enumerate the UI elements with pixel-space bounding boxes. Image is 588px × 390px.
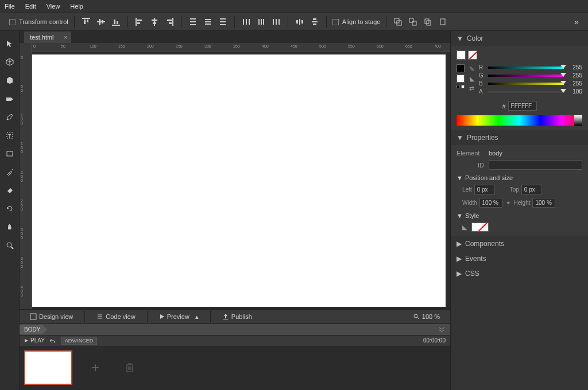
revert-button[interactable] bbox=[49, 338, 56, 344]
align-right-icon[interactable] bbox=[164, 16, 175, 28]
bucket-tool-icon[interactable] bbox=[4, 185, 16, 196]
width-input[interactable] bbox=[479, 198, 502, 208]
space-v-icon[interactable] bbox=[309, 16, 320, 28]
paste-icon[interactable] bbox=[437, 16, 448, 28]
delete-keyframe-icon[interactable] bbox=[118, 356, 141, 379]
distribute-bottom-icon[interactable] bbox=[217, 16, 229, 28]
eyedropper-tool-icon[interactable] bbox=[4, 166, 16, 178]
align-left-icon[interactable] bbox=[134, 16, 145, 28]
svg-rect-31 bbox=[261, 19, 262, 25]
container-tool-icon[interactable] bbox=[4, 75, 16, 86]
menu-view[interactable]: View bbox=[47, 3, 60, 10]
mini-swatch-icon[interactable] bbox=[457, 85, 460, 88]
align-bottom-icon[interactable] bbox=[110, 16, 122, 28]
distribute-vcenter-icon[interactable] bbox=[202, 16, 214, 28]
pen-tool-icon[interactable] bbox=[4, 111, 16, 123]
align-vcenter-icon[interactable] bbox=[95, 16, 107, 28]
mini-swatch-icon[interactable] bbox=[461, 85, 465, 88]
add-keyframe-icon[interactable]: + bbox=[84, 356, 107, 379]
distribute-left-icon[interactable] bbox=[241, 16, 252, 28]
a-slider[interactable] bbox=[488, 91, 564, 93]
svg-rect-0 bbox=[82, 18, 90, 19]
menu-file[interactable]: File bbox=[5, 3, 15, 10]
bucket-icon[interactable]: ◣ bbox=[462, 224, 467, 231]
distribute-top-icon[interactable] bbox=[187, 16, 199, 28]
design-view-button[interactable]: Design view bbox=[25, 311, 78, 322]
style-header[interactable]: ▼Style bbox=[457, 212, 582, 219]
copy-icon[interactable] bbox=[422, 16, 434, 28]
overflow-icon[interactable]: » bbox=[571, 16, 582, 28]
panel-css-header[interactable]: ▶CSS bbox=[451, 266, 588, 281]
play-button[interactable]: PLAY bbox=[24, 337, 45, 344]
advanced-button[interactable]: ADVANCED bbox=[61, 337, 97, 345]
b-slider[interactable] bbox=[488, 83, 564, 85]
transform-control-checkbox[interactable] bbox=[9, 19, 16, 25]
panel-color-header[interactable]: ▼Color bbox=[451, 31, 588, 46]
document-tab[interactable]: test.html × bbox=[24, 32, 71, 43]
chevron-down-icon: ▼ bbox=[457, 212, 463, 219]
hand-tool-icon[interactable] bbox=[4, 221, 16, 233]
chevron-down-icon[interactable] bbox=[438, 326, 446, 332]
style-fill-swatch[interactable] bbox=[471, 223, 489, 232]
fill-swatch[interactable] bbox=[457, 50, 466, 60]
menubar: File Edit View Help bbox=[0, 0, 588, 13]
stroke-swatch[interactable] bbox=[457, 64, 465, 72]
svg-line-60 bbox=[417, 317, 419, 319]
select-tool-icon[interactable] bbox=[4, 38, 16, 49]
left-input[interactable] bbox=[474, 185, 495, 194]
svg-rect-8 bbox=[117, 21, 118, 24]
svg-rect-14 bbox=[153, 22, 156, 24]
panel-events-header[interactable]: ▶Events bbox=[451, 251, 588, 266]
group-icon[interactable] bbox=[392, 16, 404, 28]
g-slider[interactable] bbox=[488, 75, 564, 77]
pencil-icon[interactable]: ✎ bbox=[469, 65, 474, 73]
svg-rect-32 bbox=[263, 19, 264, 25]
color-spectrum[interactable] bbox=[457, 115, 582, 126]
menu-edit[interactable]: Edit bbox=[25, 3, 36, 10]
swap-icon[interactable]: ⇄ bbox=[469, 85, 474, 92]
code-view-button[interactable]: Code view bbox=[92, 311, 140, 322]
text-tool-icon[interactable]: T bbox=[4, 130, 16, 141]
svg-rect-34 bbox=[276, 19, 277, 25]
cube-tool-icon[interactable] bbox=[4, 56, 16, 68]
space-h-icon[interactable] bbox=[294, 16, 305, 28]
preview-button[interactable]: Preview▴ bbox=[154, 311, 203, 322]
rect-tool-icon[interactable] bbox=[4, 148, 16, 159]
hex-input[interactable] bbox=[508, 101, 537, 111]
position-size-header[interactable]: ▼Position and size bbox=[457, 174, 582, 181]
id-input[interactable] bbox=[489, 160, 582, 170]
align-hcenter-icon[interactable] bbox=[149, 16, 160, 28]
distribute-right-icon[interactable] bbox=[270, 16, 282, 28]
link-icon[interactable]: ⚭ bbox=[506, 200, 510, 206]
svg-rect-3 bbox=[97, 21, 105, 22]
bucket-icon[interactable]: ◣ bbox=[470, 75, 474, 83]
breadcrumb-body[interactable]: BODY bbox=[20, 325, 47, 334]
svg-rect-51 bbox=[7, 151, 13, 156]
close-icon[interactable]: × bbox=[64, 34, 67, 41]
svg-rect-20 bbox=[190, 24, 196, 25]
tag-tool-icon[interactable] bbox=[4, 93, 16, 104]
svg-rect-21 bbox=[205, 19, 211, 20]
svg-rect-16 bbox=[167, 20, 172, 21]
align-top-icon[interactable] bbox=[80, 16, 92, 28]
ungroup-icon[interactable] bbox=[407, 16, 419, 28]
chevron-down-icon: ▼ bbox=[457, 174, 463, 181]
menu-help[interactable]: Help bbox=[70, 3, 83, 10]
fill-swatch-2[interactable] bbox=[457, 75, 465, 83]
align-to-stage-checkbox[interactable] bbox=[332, 19, 339, 25]
panel-components-header[interactable]: ▶Components bbox=[451, 236, 588, 251]
nofill-swatch[interactable] bbox=[468, 50, 477, 60]
svg-rect-37 bbox=[301, 20, 303, 24]
canvas[interactable] bbox=[32, 54, 446, 307]
r-slider[interactable] bbox=[488, 67, 564, 69]
distribute-hcenter-icon[interactable] bbox=[256, 16, 267, 28]
panel-properties-header[interactable]: ▼Properties bbox=[451, 130, 588, 145]
svg-point-52 bbox=[7, 243, 11, 247]
zoom-display[interactable]: 100 % bbox=[408, 311, 444, 322]
zoom-tool-icon[interactable] bbox=[4, 240, 16, 251]
top-input[interactable] bbox=[521, 185, 542, 194]
publish-button[interactable]: Publish bbox=[218, 311, 257, 322]
rotate-tool-icon[interactable] bbox=[4, 203, 16, 214]
height-input[interactable] bbox=[532, 198, 555, 208]
keyframe-thumbnail[interactable] bbox=[24, 350, 72, 385]
